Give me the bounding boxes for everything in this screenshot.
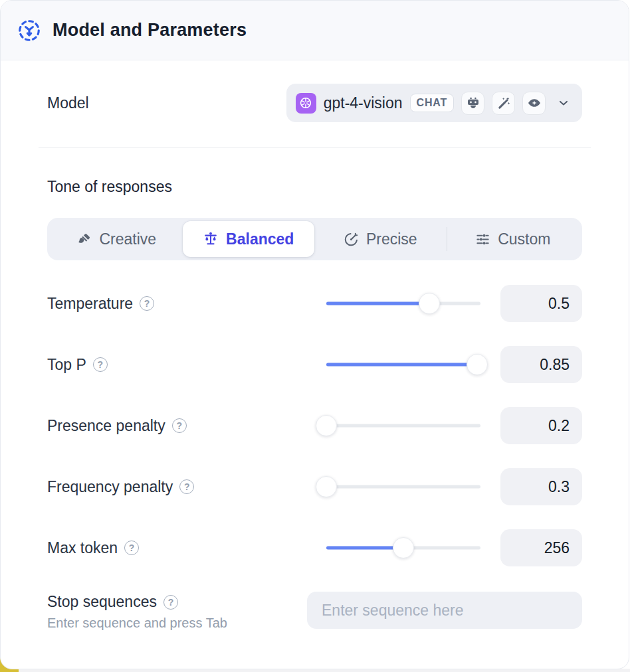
frequency-penalty-slider[interactable]: [326, 476, 480, 497]
presence-penalty-value[interactable]: 0.2: [500, 407, 582, 444]
temperature-label: Temperature ?: [47, 295, 326, 313]
model-name: gpt-4-vision: [324, 94, 403, 112]
stop-sequences-helper: Enter sequence and press Tab: [47, 616, 307, 631]
max-token-label: Max token ?: [47, 539, 326, 557]
frequency-penalty-row: Frequency penalty ? 0.3: [47, 456, 582, 517]
slider-thumb[interactable]: [419, 293, 440, 314]
slider-thumb[interactable]: [393, 537, 414, 558]
top-p-row: Top P ? 0.85: [47, 334, 582, 395]
help-icon[interactable]: ?: [163, 595, 178, 610]
model-select-dropdown[interactable]: gpt-4-vision CHAT: [286, 84, 582, 122]
model-row: Model: [47, 84, 582, 122]
paintbrush-icon: [76, 232, 92, 247]
presence-penalty-row: Presence penalty ? 0.2: [47, 395, 582, 456]
tone-option-balanced[interactable]: Balanced: [183, 221, 315, 257]
help-icon[interactable]: ?: [93, 357, 108, 372]
scale-icon: [203, 231, 219, 247]
top-p-label: Top P ?: [47, 356, 326, 374]
tone-option-custom[interactable]: Custom: [447, 221, 579, 257]
top-p-value[interactable]: 0.85: [500, 346, 582, 383]
help-icon[interactable]: ?: [124, 541, 139, 555]
panel-title: Model and Parameters: [52, 20, 247, 41]
parameters-section: Temperature ? 0.5 Top P ?: [47, 273, 582, 578]
slider-thumb[interactable]: [316, 476, 337, 497]
stop-sequences-label: Stop sequences ?: [47, 593, 307, 611]
stop-sequences-labels: Stop sequences ? Enter sequence and pres…: [47, 592, 307, 631]
tone-segmented-control: Creative Balanced: [47, 218, 582, 260]
max-token-value[interactable]: 256: [500, 529, 582, 566]
top-p-slider[interactable]: [326, 354, 480, 375]
slider-track: [326, 485, 480, 489]
model-type-badge: CHAT: [410, 94, 454, 112]
tone-section-title: Tone of responses: [47, 178, 582, 196]
robot-icon: [461, 92, 484, 115]
presence-penalty-label: Presence penalty ?: [47, 417, 326, 435]
temperature-row: Temperature ? 0.5: [47, 273, 582, 334]
sliders-icon: [475, 232, 490, 247]
frequency-penalty-value[interactable]: 0.3: [500, 468, 582, 505]
tone-option-label: Balanced: [226, 230, 294, 248]
magic-wand-icon: [492, 92, 515, 115]
tone-option-precise[interactable]: Precise: [314, 221, 447, 257]
chevron-down-icon: [557, 96, 570, 110]
slider-thumb[interactable]: [316, 415, 337, 436]
slider-fill: [326, 546, 403, 550]
target-icon: [344, 232, 359, 247]
section-divider: [39, 147, 591, 148]
slider-thumb[interactable]: [467, 354, 488, 375]
slider-fill: [326, 363, 477, 367]
help-icon[interactable]: ?: [179, 479, 194, 494]
max-token-row: Max token ? 256: [47, 517, 582, 578]
stop-sequences-input[interactable]: [307, 592, 582, 629]
help-icon[interactable]: ?: [140, 296, 154, 311]
temperature-value[interactable]: 0.5: [500, 285, 582, 322]
tone-option-creative[interactable]: Creative: [51, 221, 183, 257]
vision-eye-icon: [522, 92, 546, 115]
tone-option-label: Creative: [99, 230, 156, 248]
max-token-slider[interactable]: [326, 537, 480, 558]
frequency-penalty-label: Frequency penalty ?: [47, 478, 326, 496]
help-icon[interactable]: ?: [172, 418, 187, 433]
tone-option-label: Custom: [498, 230, 550, 248]
stop-sequences-row: Stop sequences ? Enter sequence and pres…: [47, 592, 582, 631]
model-selector-icon: [17, 18, 42, 43]
slider-fill: [326, 302, 429, 305]
tone-option-label: Precise: [366, 230, 417, 248]
openai-logo: [296, 93, 316, 114]
temperature-slider[interactable]: [326, 293, 480, 314]
model-and-parameters-panel: Model and Parameters Model: [0, 0, 629, 669]
panel-header: Model and Parameters: [1, 1, 629, 60]
presence-penalty-slider[interactable]: [326, 415, 480, 436]
model-label: Model: [47, 94, 89, 112]
slider-track: [326, 424, 480, 428]
